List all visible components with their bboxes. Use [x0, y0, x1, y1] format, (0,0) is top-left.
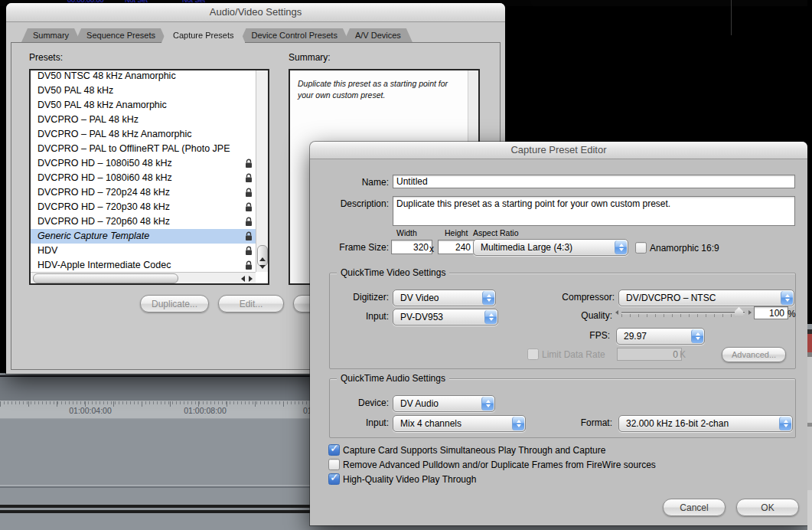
anamorphic-label: Anamorphic 16:9 — [650, 243, 719, 254]
duplicate-button[interactable]: Duplicate... — [140, 295, 209, 312]
frame-size-x-separator: x — [429, 244, 434, 254]
quality-value-field[interactable]: 100 — [754, 306, 788, 319]
compressor-value: DV/DVCPRO – NTSC — [626, 293, 716, 303]
description-field[interactable]: Duplicate this preset as a starting poin… — [393, 196, 795, 226]
editor-window-title: Capture Preset Editor — [510, 144, 606, 155]
preset-item[interactable]: DV50 PAL 48 kHz — [31, 83, 256, 98]
fps-label: FPS: — [585, 330, 610, 341]
fps-popup[interactable]: 29.97 — [616, 328, 705, 345]
presets-horizontal-scrollbar[interactable] — [31, 272, 256, 283]
preset-label: DVCPRO – PAL 48 kHz Anamorphic — [38, 129, 191, 139]
edit-button[interactable]: Edit... — [218, 295, 284, 312]
preset-item[interactable]: HDV-Apple Intermediate Codec — [31, 258, 256, 272]
device-label: Device: — [343, 398, 389, 408]
popup-stepper-icon — [691, 329, 703, 343]
name-label: Name: — [343, 177, 389, 188]
slider-track[interactable] — [621, 312, 745, 313]
popup-stepper-icon — [615, 240, 627, 254]
limit-data-rate-checkbox[interactable] — [527, 348, 539, 360]
description-label: Description: — [331, 198, 389, 209]
tab-sequence-presets[interactable]: Sequence Presets — [75, 28, 167, 42]
scroll-right-arrow-icon[interactable] — [249, 276, 253, 282]
preset-item[interactable]: DVCPRO – PAL 48 kHz Anamorphic — [31, 127, 256, 142]
quality-slider[interactable] — [615, 306, 752, 319]
settings-titlebar[interactable]: Audio/Video Settings — [6, 3, 505, 22]
lock-icon — [245, 231, 253, 241]
preset-label: DVCPRO HD – 720p60 48 kHz — [38, 216, 170, 227]
scroll-up-arrow-icon[interactable] — [259, 257, 266, 261]
presets-label: Presets: — [29, 52, 63, 63]
horizontal-scroll-thumb[interactable] — [33, 273, 178, 283]
audio-input-value: Mix 4 channels — [400, 418, 461, 429]
digitizer-popup[interactable]: DV Video — [393, 290, 496, 306]
video-settings-legend: QuickTime Video Settings — [337, 267, 449, 278]
simultaneous-play-through-label: Capture Card Supports Simultaneous Play … — [343, 445, 605, 456]
audio-device-popup[interactable]: DV Audio — [393, 395, 495, 412]
ok-button[interactable]: OK — [736, 499, 799, 516]
limit-data-rate-label: Limit Data Rate — [542, 349, 605, 360]
ruler-timecode: 01:00:04:00 — [64, 406, 117, 415]
frame-width-field[interactable]: 320 — [391, 240, 432, 254]
remove-advanced-pulldown-checkbox[interactable] — [328, 459, 340, 470]
audio-device-value: DV Audio — [400, 398, 439, 409]
scroll-down-arrow-icon[interactable] — [259, 265, 266, 269]
tab-capture-presets[interactable]: Capture Presets — [161, 28, 245, 43]
cancel-button[interactable]: Cancel — [663, 499, 726, 516]
lock-icon — [245, 202, 253, 212]
preset-item[interactable]: DVCPRO HD – 1080i50 48 kHz — [31, 156, 256, 171]
preset-item[interactable]: DVCPRO HD – 720p24 48 kHz — [31, 185, 256, 200]
limit-data-rate-unit: K — [680, 349, 686, 360]
audio-input-popup[interactable]: Mix 4 channels — [393, 415, 526, 432]
background-window-edge — [731, 0, 732, 35]
preset-item[interactable]: DVCPRO HD – 1080i60 48 kHz — [31, 171, 256, 185]
presets-rows: DV50 NTSC 48 kHz Anamorphic DV50 PAL 48 … — [31, 70, 256, 272]
preset-item[interactable]: DVCPRO – PAL to OfflineRT PAL (Photo JPE — [31, 142, 256, 156]
settings-tab-bar: Summary Sequence Presets Capture Presets… — [21, 28, 407, 43]
compressor-popup[interactable]: DV/DVCPRO – NTSC — [618, 290, 794, 306]
video-input-popup[interactable]: PV-DV953 — [393, 309, 498, 326]
preset-label: Generic Capture Template — [38, 231, 149, 241]
preset-item[interactable]: DVCPRO HD – 720p60 48 kHz — [31, 214, 256, 229]
preset-label: DVCPRO – PAL to OfflineRT PAL (Photo JPE — [38, 143, 230, 154]
preset-label: DVCPRO HD – 1080i60 48 kHz — [38, 172, 172, 183]
aspect-ratio-popup[interactable]: Multimedia Large (4:3) — [473, 239, 628, 256]
anamorphic-checkbox[interactable] — [635, 242, 647, 254]
preset-item-selected[interactable]: Generic Capture Template — [31, 229, 256, 244]
slider-thumb[interactable] — [735, 307, 743, 317]
format-popup[interactable]: 32.000 kHz 16-bit 2-chan — [618, 415, 793, 432]
preset-item[interactable]: DVCPRO HD – 720p30 48 kHz — [31, 200, 256, 214]
lock-icon — [245, 217, 253, 227]
ruler-timecode: 01:00:08:00 — [178, 406, 232, 415]
editor-titlebar[interactable]: Capture Preset Editor — [310, 142, 807, 159]
scroll-left-arrow-icon[interactable] — [241, 276, 245, 282]
preset-item[interactable]: DVCPRO – PAL 48 kHz — [31, 113, 256, 127]
preset-item[interactable]: HDV — [31, 244, 256, 258]
preset-item[interactable]: DV50 PAL 48 kHz Anamorphic — [31, 98, 256, 113]
preset-label: DVCPRO HD – 720p24 48 kHz — [38, 187, 170, 198]
simultaneous-play-through-checkbox[interactable] — [328, 444, 340, 456]
preset-label: HDV — [38, 245, 57, 256]
name-field[interactable]: Untitled — [393, 175, 795, 188]
frame-height-field[interactable]: 240 — [438, 240, 474, 254]
preset-label: DV50 PAL 48 kHz Anamorphic — [38, 100, 167, 110]
limit-data-rate-field[interactable]: 0 — [617, 348, 682, 361]
popup-stepper-icon — [482, 291, 494, 305]
quality-percent-unit: % — [788, 309, 796, 319]
tab-summary[interactable]: Summary — [21, 28, 80, 42]
high-quality-play-through-checkbox[interactable] — [328, 473, 340, 485]
presets-vertical-scrollbar[interactable] — [256, 70, 268, 272]
vertical-scroll-thumb[interactable] — [257, 245, 268, 267]
slider-left-arrow-icon[interactable] — [615, 310, 618, 315]
slider-right-arrow-icon[interactable] — [748, 310, 752, 315]
advanced-button[interactable]: Advanced... — [722, 347, 786, 362]
preset-item[interactable]: DV50 NTSC 48 kHz Anamorphic — [31, 70, 256, 83]
width-label: Width — [396, 228, 417, 237]
tab-av-devices[interactable]: A/V Devices — [344, 28, 413, 42]
lock-icon — [245, 173, 253, 183]
popup-stepper-icon — [512, 417, 524, 430]
video-input-label: Input: — [347, 311, 389, 322]
settings-window-title: Audio/Video Settings — [210, 6, 302, 18]
tab-device-control-presets[interactable]: Device Control Presets — [240, 28, 349, 42]
preset-label: HDV-Apple Intermediate Codec — [38, 260, 171, 270]
audio-input-label: Input: — [347, 417, 389, 428]
